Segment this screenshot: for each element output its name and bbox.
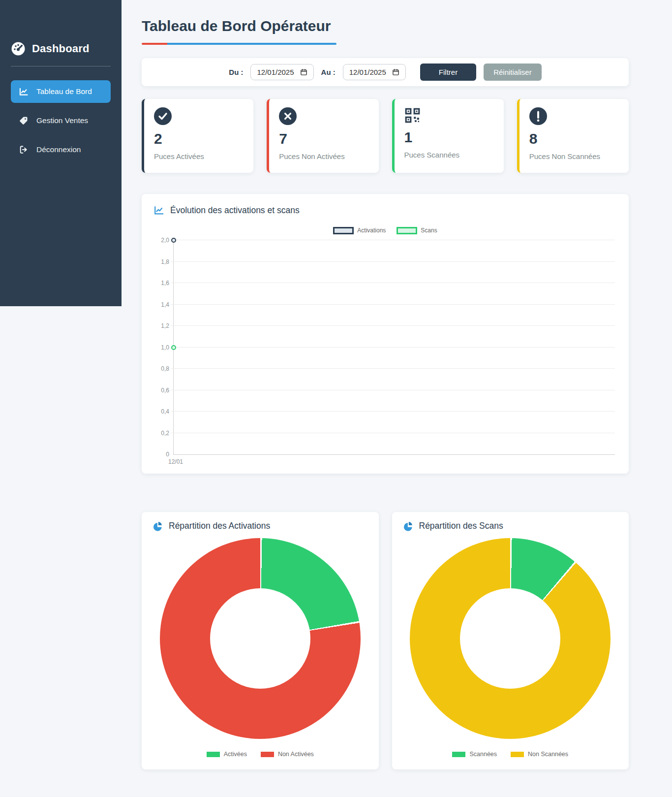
scans-donut-header: Répartition des Scans [392,521,629,531]
legend-label: Scans [421,227,437,234]
stat-label: Puces Non Scannées [529,152,619,160]
donut-legend: ActivéesNon Activées [142,751,379,758]
stat-label: Puces Scannées [404,151,494,159]
sidebar-item-label: Déconnexion [36,145,81,154]
activations-donut-card: Répartition des Activations ActivéesNon … [142,512,379,769]
y-axis-tick-label: 2,0 [161,237,169,244]
legend-item-scannées[interactable]: Scannées [452,751,497,758]
line-legend: ActivationsScans [153,226,617,234]
calendar-icon [300,68,307,76]
x-axis-tick-label: 12/01 [168,458,183,465]
date-to-value: 12/01/2025 [349,68,386,76]
activations-donut-title: Répartition des Activations [169,521,270,531]
reset-button[interactable]: Réinitialiser [484,64,542,81]
times-circle-icon [279,107,297,125]
data-point-activations [171,238,176,243]
y-axis-tick-label: 1,6 [161,280,169,287]
legend-swatch [261,752,274,757]
legend-swatch [511,752,524,757]
underline-red-segment [142,43,167,45]
pie-chart-icon [153,521,163,531]
brand-title: Dashboard [32,42,90,55]
y-axis-tick-label: 0,8 [161,365,169,372]
legend-item-activées[interactable]: Activées [207,751,247,758]
gauge-icon [11,41,26,56]
stats-row: 2 Puces Activées 7 Puces Non Activées [142,99,629,173]
brand: Dashboard [0,41,122,56]
filter-bar: Du : 12/01/2025 Au : 12/01/2025 Filtrer [142,58,629,86]
calendar-icon [392,68,399,76]
sidebar-divider [11,66,111,66]
tags-icon [18,115,29,126]
scans-donut-chart [410,538,611,739]
plot-bottom-spacer [153,455,617,470]
filter-button[interactable]: Filtrer [420,64,476,81]
legend-swatch [333,227,354,234]
page-title: Tableau de Bord Opérateur [142,18,629,34]
main-content: Tableau de Bord Opérateur Du : 12/01/202… [122,0,672,789]
date-from-input[interactable]: 12/01/2025 [250,64,313,80]
y-axis-tick-label: 1,2 [161,322,169,329]
stat-label: Puces Non Activées [279,152,368,160]
activations-donut-header: Répartition des Activations [142,521,379,531]
line-plot: 00,20,40,60,81,01,21,41,61,82,012/01 [173,240,615,455]
date-from-label: Du : [229,68,243,76]
sidebar-item-deconnexion[interactable]: Déconnexion [11,138,111,161]
sidebar: Dashboard Tableau de Bord [0,0,122,306]
evolution-chart-header: Évolution des activations et scans [153,205,617,216]
stat-card-puces-activees: 2 Puces Activées [142,99,253,173]
legend-swatch [207,752,220,757]
y-axis-tick-label: 0,6 [161,387,169,394]
legend-label: Activations [357,227,386,234]
date-from-value: 12/01/2025 [257,68,294,76]
y-axis-tick-label: 1,4 [161,301,169,308]
stat-value: 2 [154,131,244,146]
app-layout: Dashboard Tableau de Bord [0,0,672,789]
date-to-label: Au : [321,68,336,76]
stat-label: Puces Activées [154,152,244,160]
y-axis-tick-label: 1,8 [161,258,169,265]
donut-legend: ScannéesNon Scannées [392,751,629,758]
donut-row: Répartition des Activations ActivéesNon … [142,512,629,769]
legend-label: Non Scannées [528,751,568,758]
scans-donut-card: Répartition des Scans ScannéesNon Scanné… [392,512,629,769]
legend-item-non-activées[interactable]: Non Activées [261,751,314,758]
qrcode-icon [404,107,421,124]
chart-line-icon [153,205,164,216]
activations-donut-chart [160,538,361,739]
sidebar-item-label: Gestion Ventes [36,116,88,125]
sidebar-column: Dashboard Tableau de Bord [0,0,122,789]
legend-label: Scannées [469,751,497,758]
date-to-input[interactable]: 12/01/2025 [343,64,406,80]
legend-swatch [452,752,465,757]
stat-value: 1 [404,130,494,145]
stat-card-puces-non-activees: 7 Puces Non Activées [267,99,378,173]
legend-item-activations[interactable]: Activations [333,227,386,234]
stat-card-puces-scannees: 1 Puces Scannées [392,99,504,173]
legend-item-scans[interactable]: Scans [397,227,437,234]
y-axis-tick-label: 0 [166,451,169,458]
stat-value: 7 [279,131,368,146]
sidebar-item-tableau-de-bord[interactable]: Tableau de Bord [11,80,111,103]
y-axis-tick-label: 0,2 [161,430,169,437]
stat-card-puces-non-scannees: 8 Puces Non Scannées [517,99,629,173]
logout-icon [18,144,29,155]
underline-blue-segment [167,43,336,45]
sidebar-item-label: Tableau de Bord [36,87,92,96]
title-underline [142,43,336,45]
sidebar-item-gestion-ventes[interactable]: Gestion Ventes [11,109,111,132]
legend-swatch [397,227,417,234]
exclamation-circle-icon [529,107,547,125]
scans-donut-title: Répartition des Scans [419,521,503,531]
evolution-chart-card: Évolution des activations et scans Activ… [142,194,629,474]
data-point-scans [171,345,176,350]
y-axis-tick-label: 1,0 [161,344,169,351]
evolution-chart-title: Évolution des activations et scans [170,205,300,216]
y-axis-tick-label: 0,4 [161,408,169,415]
legend-label: Non Activées [278,751,314,758]
chart-line-icon [18,86,29,97]
legend-item-non-scannées[interactable]: Non Scannées [511,751,568,758]
pie-chart-icon [403,521,413,531]
stat-value: 8 [529,131,619,146]
check-circle-icon [154,107,172,125]
